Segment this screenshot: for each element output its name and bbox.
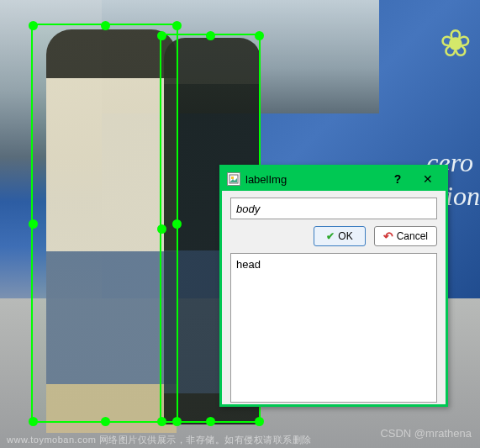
label-input[interactable] <box>230 198 437 219</box>
cancel-button[interactable]: ↶ Cancel <box>374 226 437 246</box>
resize-handle-w[interactable] <box>157 224 166 234</box>
app-icon <box>227 172 240 186</box>
dialog-titlebar[interactable]: labelImg ? ✕ <box>222 167 446 191</box>
resize-handle-n[interactable] <box>206 31 215 40</box>
label-dialog: labelImg ? ✕ ✔ OK ↶ Cancel head <box>219 165 448 407</box>
resize-handle-ne[interactable] <box>255 31 264 40</box>
dialog-title: labelImg <box>245 173 380 186</box>
svg-rect-1 <box>231 177 234 179</box>
resize-handle-w[interactable] <box>29 219 38 229</box>
label-list[interactable]: head <box>230 253 437 403</box>
resize-handle-s[interactable] <box>206 417 215 426</box>
resize-handle-se[interactable] <box>255 417 264 426</box>
undo-icon: ↶ <box>383 229 393 243</box>
ok-button[interactable]: ✔ OK <box>314 226 365 246</box>
help-button[interactable]: ? <box>385 170 410 188</box>
watermark-source: www.toymoban.com 网络图片仅供展示，非存储。如有侵权请联系删除 <box>7 434 312 446</box>
flower-decoration: ❀ <box>440 21 472 66</box>
resize-handle-nw[interactable] <box>157 31 166 40</box>
bounding-box-1[interactable] <box>31 24 178 423</box>
close-button[interactable]: ✕ <box>415 170 440 188</box>
dialog-body: ✔ OK ↶ Cancel head <box>222 191 446 409</box>
watermark-author: CSDN @mrathena <box>380 427 472 440</box>
list-item[interactable]: head <box>236 257 431 271</box>
button-row: ✔ OK ↶ Cancel <box>230 226 437 246</box>
resize-handle-n[interactable] <box>101 21 110 30</box>
resize-handle-ne[interactable] <box>172 21 182 30</box>
cancel-label: Cancel <box>397 230 428 242</box>
resize-handle-nw[interactable] <box>29 21 38 30</box>
check-icon: ✔ <box>326 230 335 242</box>
resize-handle-s[interactable] <box>101 417 110 426</box>
ok-label: OK <box>338 230 352 242</box>
resize-handle-sw[interactable] <box>29 417 38 426</box>
resize-handle-sw[interactable] <box>157 417 166 426</box>
